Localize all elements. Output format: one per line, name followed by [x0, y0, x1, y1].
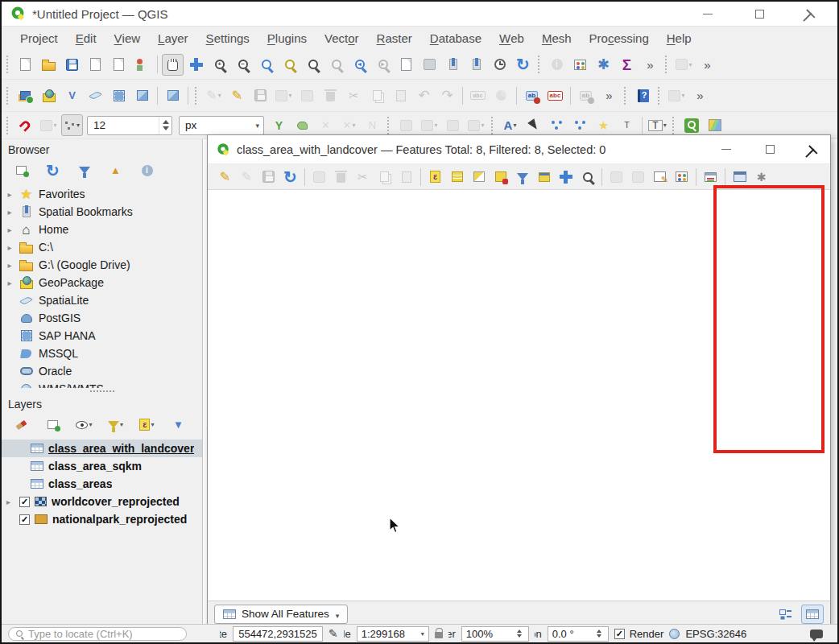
- dialog-maximize-icon[interactable]: [764, 144, 775, 155]
- dock-attribute-table[interactable]: [701, 167, 721, 187]
- menu-vector[interactable]: Vector: [316, 27, 368, 50]
- snapping-unit-select[interactable]: px▾: [179, 116, 264, 135]
- filter-legend[interactable]: ▾: [105, 414, 126, 436]
- processing-toolbox[interactable]: ✱: [593, 54, 614, 76]
- select-all[interactable]: [447, 167, 467, 187]
- show-all-features-button[interactable]: Show All Features ▾: [214, 605, 348, 624]
- marker-annotation[interactable]: ★: [593, 114, 614, 136]
- menu-database[interactable]: Database: [421, 27, 490, 50]
- refresh-browser[interactable]: ↻: [42, 159, 64, 181]
- toolbar-drag-handle[interactable]: [387, 117, 391, 134]
- zoom-to-layer[interactable]: [302, 54, 324, 76]
- browser-item-postgis[interactable]: PostGIS: [2, 309, 202, 327]
- zoom-to-selected[interactable]: [577, 167, 597, 187]
- topological-editing[interactable]: Y: [268, 114, 290, 136]
- menu-processing[interactable]: Processing: [581, 27, 658, 50]
- browser-item-c-[interactable]: ▸C:\: [2, 238, 202, 256]
- open-field-calculator[interactable]: [650, 167, 670, 187]
- toggle-editing-mode[interactable]: ✎: [215, 167, 235, 187]
- locator-plugin[interactable]: [680, 114, 702, 136]
- layer-item-nationalpark_reprojected[interactable]: ✓nationalpark_reprojected: [2, 510, 202, 528]
- magnifier-spinbox[interactable]: 100%: [461, 626, 529, 642]
- menu-project[interactable]: Project: [11, 27, 67, 50]
- layer-item-class_area_sqkm[interactable]: class_area_sqkm: [2, 457, 202, 475]
- browser-item-oracle[interactable]: Oracle: [2, 362, 202, 380]
- attribute-table-settings[interactable]: [729, 167, 750, 187]
- expand-arrow-icon[interactable]: ▸: [6, 208, 14, 217]
- create-annotation-layer[interactable]: A▾: [499, 114, 521, 136]
- layer-item-class_areas[interactable]: class_areas: [2, 475, 202, 493]
- browser-item-home[interactable]: ▸⌂Home: [2, 221, 202, 238]
- toolbar-drag-handle[interactable]: [658, 87, 662, 105]
- new-spatial-bookmark[interactable]: [442, 54, 464, 76]
- new-spatialite-layer[interactable]: [85, 85, 106, 106]
- menu-mesh[interactable]: Mesh: [533, 27, 581, 50]
- toolbar-extension-2[interactable]: »: [696, 54, 718, 76]
- expand-arrow-icon[interactable]: ▸: [6, 497, 14, 506]
- new-project[interactable]: [14, 54, 36, 76]
- show-spatial-bookmarks[interactable]: [465, 54, 487, 76]
- toolbar-extension-4[interactable]: »: [689, 85, 711, 106]
- browser-item-g-google-drive-[interactable]: ▸G:\ (Google Drive): [2, 256, 202, 274]
- toolbar-drag-handle[interactable]: [6, 56, 10, 73]
- invert-selection[interactable]: [469, 167, 489, 187]
- form-view-button[interactable]: [774, 605, 796, 624]
- actions[interactable]: ✱: [751, 167, 771, 187]
- collapse-all[interactable]: ▲: [105, 159, 126, 181]
- save-project[interactable]: [61, 54, 83, 76]
- dialog-minimize-icon[interactable]: [721, 144, 732, 155]
- snapping-marker-mode[interactable]: ▾: [61, 114, 83, 136]
- spin-down-icon[interactable]: [163, 126, 169, 130]
- render-checkbox[interactable]: ✓ Render: [614, 628, 664, 640]
- toolbar-drag-handle[interactable]: [624, 87, 628, 105]
- expand-arrow-icon[interactable]: ▸: [6, 225, 14, 234]
- add-selected-layers[interactable]: [10, 159, 32, 181]
- data-source-manager[interactable]: [14, 85, 36, 106]
- zoom-to-selection[interactable]: [279, 54, 300, 76]
- browser-item-sap-hana[interactable]: SAP HANA: [2, 327, 202, 345]
- toolbar-drag-handle[interactable]: [491, 117, 495, 134]
- zoom-full-extent[interactable]: [255, 54, 277, 76]
- expand-arrow-icon[interactable]: ▸: [6, 279, 14, 287]
- extents-pen-icon[interactable]: ✎: [329, 628, 338, 639]
- spinner-arrows[interactable]: [159, 117, 172, 134]
- browser-item-favorites[interactable]: ▸★Favorites: [2, 185, 202, 203]
- crs-indicator[interactable]: EPSG:32646: [685, 628, 746, 640]
- show-statistics[interactable]: Σ: [616, 54, 638, 76]
- toolbar-drag-handle[interactable]: [6, 87, 10, 105]
- pan-to-selected[interactable]: [556, 167, 576, 187]
- menu-plugins[interactable]: Plugins: [258, 27, 316, 50]
- polygon-annotation[interactable]: [546, 114, 568, 136]
- snapping-on-intersection[interactable]: [291, 114, 313, 136]
- pan-map[interactable]: [162, 54, 184, 76]
- close-icon[interactable]: [805, 8, 816, 19]
- line-annotation[interactable]: [569, 114, 591, 136]
- spin-up-icon[interactable]: [163, 120, 169, 124]
- new-virtual-layer[interactable]: [131, 85, 153, 106]
- enable-snapping[interactable]: [14, 114, 36, 136]
- toolbar-extension-3[interactable]: »: [598, 85, 620, 106]
- text-annotation[interactable]: T: [616, 114, 638, 136]
- zoom-out[interactable]: −: [232, 54, 254, 76]
- select-annotation[interactable]: [523, 114, 544, 136]
- deselect-all[interactable]: [490, 167, 510, 187]
- browser-item-wms-wmts[interactable]: WMS/WMTS: [2, 380, 202, 388]
- pan-to-selection[interactable]: [185, 54, 207, 76]
- new-geopackage-layer[interactable]: [38, 85, 60, 106]
- dialog-close-icon[interactable]: [808, 144, 819, 155]
- toolbar-drag-handle[interactable]: [195, 87, 199, 105]
- new-3d-map-view[interactable]: [419, 54, 440, 76]
- spinner-arrows[interactable]: [515, 627, 524, 641]
- expand-all[interactable]: ▼: [167, 414, 189, 436]
- move-selection-to-top[interactable]: [534, 167, 554, 187]
- open-layer-styling[interactable]: [10, 414, 32, 436]
- scale-combobox[interactable]: 1:299168 ▾: [357, 626, 429, 642]
- help-contents[interactable]: ?: [632, 85, 654, 106]
- text-format[interactable]: T▾: [647, 114, 668, 136]
- manage-map-themes[interactable]: ▾: [73, 414, 95, 436]
- filter-select-by-form[interactable]: [512, 167, 532, 187]
- browser-item-spatial-bookmarks[interactable]: ▸Spatial Bookmarks: [2, 203, 202, 221]
- open-project[interactable]: [38, 54, 60, 76]
- menu-view[interactable]: View: [105, 27, 150, 50]
- filter-by-expression[interactable]: ε▾: [136, 414, 158, 436]
